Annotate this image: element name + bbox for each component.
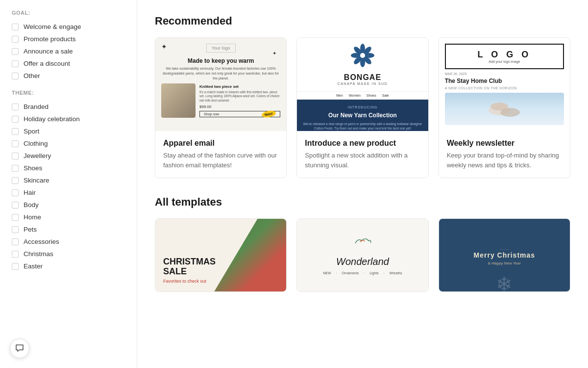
theme-item-hair[interactable]: Hair (12, 186, 125, 199)
bongae-brand: BONGAE (338, 73, 388, 82)
theme-item-easter[interactable]: Easter (12, 260, 125, 272)
theme-checkbox-home[interactable] (12, 214, 19, 221)
weekly-logo-text: L O G O (451, 50, 558, 60)
wonderland-nav-sep2: · (364, 271, 365, 275)
theme-item-christmas[interactable]: Christmas (12, 248, 125, 260)
theme-label-christmas: Christmas (24, 250, 53, 258)
theme-label-easter: Easter (24, 263, 43, 270)
theme-checkbox-holiday[interactable] (12, 116, 19, 123)
theme-item-skincare[interactable]: Skincare (12, 174, 125, 186)
theme-item-accessories[interactable]: Accessories (12, 236, 125, 248)
theme-checkbox-branded[interactable] (12, 104, 19, 110)
goal-item-promote[interactable]: Promote products (12, 33, 125, 45)
bongae-name: Introduce a new product (305, 139, 420, 148)
weekly-subtitle: A NEW COLLECTION ON THE HORIZON (439, 86, 570, 93)
all-templates-title: All templates (155, 196, 570, 209)
template-card-bongae[interactable]: BONGAE CANAPA MADE IN SUD Men Women Shoe… (296, 37, 428, 178)
theme-checkbox-easter[interactable] (12, 263, 19, 270)
wonderland-nav-wreaths: Wreaths (390, 271, 402, 275)
theme-label-home: Home (24, 213, 41, 221)
bongae-desc: We've released a new range of yarns in p… (303, 122, 422, 131)
weekly-name: Weekly newsletter (447, 139, 562, 148)
recommended-grid: ✦✦ Your logo Made to keep you warm We ta… (155, 37, 570, 178)
mc-subtitle: & Happy New Year (488, 261, 521, 265)
wonderland-nav-sep3: · (384, 271, 385, 275)
theme-item-branded[interactable]: Branded (12, 101, 125, 113)
wonderland-birds-icon (353, 236, 372, 253)
template-card-weekly[interactable]: L O G O Add your logo image MAR 26, 2025… (439, 37, 570, 178)
goal-checkbox-promote[interactable] (12, 36, 19, 43)
apparel-name: Apparel email (163, 139, 278, 148)
theme-section-label: THEME: (12, 90, 125, 96)
goal-item-welcome[interactable]: Welcome & engage (12, 21, 125, 33)
theme-label-accessories: Accessories (24, 238, 59, 245)
goal-item-discount[interactable]: Offer a discount (12, 57, 125, 70)
theme-checkbox-skincare[interactable] (12, 177, 19, 184)
main-content: Recommended ✦✦ Your logo Made to keep yo… (137, 0, 588, 368)
bongae-preview: BONGAE CANAPA MADE IN SUD Men Women Shoe… (297, 38, 428, 131)
chat-button[interactable] (10, 339, 29, 358)
apparel-product-desc: It's a match made in heaven with this kn… (199, 90, 280, 103)
wonderland-nav-ornaments: Ornaments (342, 271, 359, 275)
bongae-nav: Men Women Shoes Sale (297, 91, 428, 100)
theme-checkbox-hair[interactable] (12, 189, 19, 196)
bongae-tagline: CANAPA MADE IN SUD (338, 82, 388, 85)
wonderland-nav-new: NEW (323, 271, 331, 275)
theme-item-sport[interactable]: Sport (12, 125, 125, 137)
theme-checkbox-pets[interactable] (12, 226, 19, 233)
bongae-nav-shoes: Shoes (367, 94, 376, 97)
goal-item-sale[interactable]: Announce a sale (12, 45, 125, 57)
theme-label-jewellery: Jewellery (24, 152, 51, 159)
theme-item-shoes[interactable]: Shoes (12, 162, 125, 174)
theme-checkbox-clothing[interactable] (12, 140, 19, 147)
christmas-sale-preview: CHRISTMASSALE Favorites to check out (155, 219, 286, 291)
weekly-image-placeholder (445, 93, 564, 125)
chat-icon (15, 344, 24, 353)
goal-item-other[interactable]: Other (12, 70, 125, 82)
mc-snowflake-icon: ❄ (496, 273, 513, 291)
theme-checkbox-accessories[interactable] (12, 238, 19, 245)
merry-christmas-preview: · · · · · Merry Christmas & Happy New Ye… (439, 219, 570, 291)
theme-item-body[interactable]: Body (12, 199, 125, 211)
template-card-apparel[interactable]: ✦✦ Your logo Made to keep you warm We ta… (155, 37, 287, 178)
wonderland-nav-sep1: · (336, 271, 337, 275)
theme-checkbox-christmas[interactable] (12, 251, 19, 258)
goal-label-sale: Announce a sale (24, 48, 73, 55)
theme-item-pets[interactable]: Pets (12, 223, 125, 236)
wonderland-title: Wonderland (336, 256, 389, 267)
goal-checkbox-welcome[interactable] (12, 24, 19, 30)
theme-checkbox-jewellery[interactable] (12, 153, 19, 159)
apparel-subtext: We take sustainability seriously. Our fe… (161, 66, 280, 80)
bongae-headline: Our New Yarn Collection (328, 112, 397, 119)
bongae-nav-sale: Sale (382, 94, 389, 97)
christmas-sale-sub: Favorites to check out (163, 279, 206, 284)
theme-checkbox-shoes[interactable] (12, 165, 19, 172)
all-template-card-christmas-sale[interactable]: CHRISTMASSALE Favorites to check out (155, 218, 287, 292)
bongae-desc-text: Spotlight a new stock addition with a st… (305, 151, 420, 170)
bongae-intro: Introducing (348, 105, 377, 109)
bongae-leaf-icon (338, 44, 388, 71)
all-template-card-merry-christmas[interactable]: · · · · · Merry Christmas & Happy New Ye… (439, 218, 570, 292)
svg-point-11 (500, 108, 520, 117)
goal-checkbox-discount[interactable] (12, 60, 19, 67)
recommended-title: Recommended (155, 15, 570, 27)
goal-label-other: Other (24, 72, 40, 79)
weekly-date: MAR 26, 2025 (439, 72, 570, 78)
goal-checkbox-other[interactable] (12, 73, 19, 79)
all-templates-grid: CHRISTMASSALE Favorites to check out Won… (155, 218, 570, 292)
weekly-desc: Keep your brand top-of-mind by sharing w… (447, 151, 562, 170)
theme-item-clothing[interactable]: Clothing (12, 137, 125, 150)
theme-item-holiday[interactable]: Holiday celebration (12, 113, 125, 125)
apparel-info: Apparel email Stay ahead of the fashion … (155, 131, 286, 178)
goal-checkbox-sale[interactable] (12, 48, 19, 55)
theme-item-jewellery[interactable]: Jewellery (12, 150, 125, 162)
theme-label-hair: Hair (24, 189, 36, 196)
svg-point-8 (360, 53, 365, 58)
christmas-sale-title: CHRISTMASSALE (163, 257, 216, 277)
apparel-product-title: Knitted two piece set (199, 84, 280, 89)
theme-checkbox-sport[interactable] (12, 128, 19, 135)
theme-label-shoes: Shoes (24, 164, 42, 172)
theme-item-home[interactable]: Home (12, 211, 125, 223)
theme-checkbox-body[interactable] (12, 202, 19, 209)
all-template-card-wonderland[interactable]: Wonderland NEW · Ornaments · Lights · Wr… (296, 218, 428, 292)
